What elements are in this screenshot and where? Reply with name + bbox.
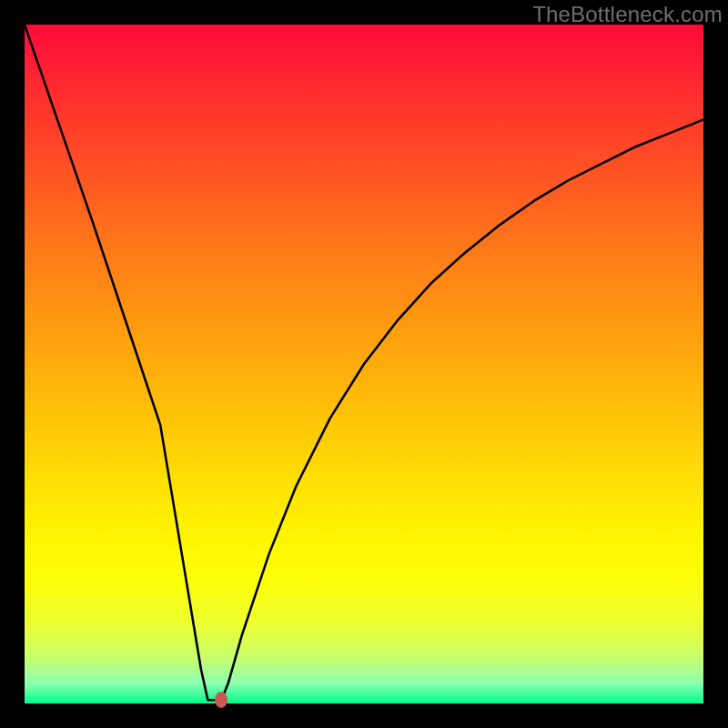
watermark-text: TheBottleneck.com xyxy=(532,2,723,27)
minimum-marker xyxy=(215,692,228,708)
chart-frame: TheBottleneck.com xyxy=(0,0,728,728)
bottleneck-curve xyxy=(25,25,703,703)
plot-area xyxy=(25,25,703,703)
